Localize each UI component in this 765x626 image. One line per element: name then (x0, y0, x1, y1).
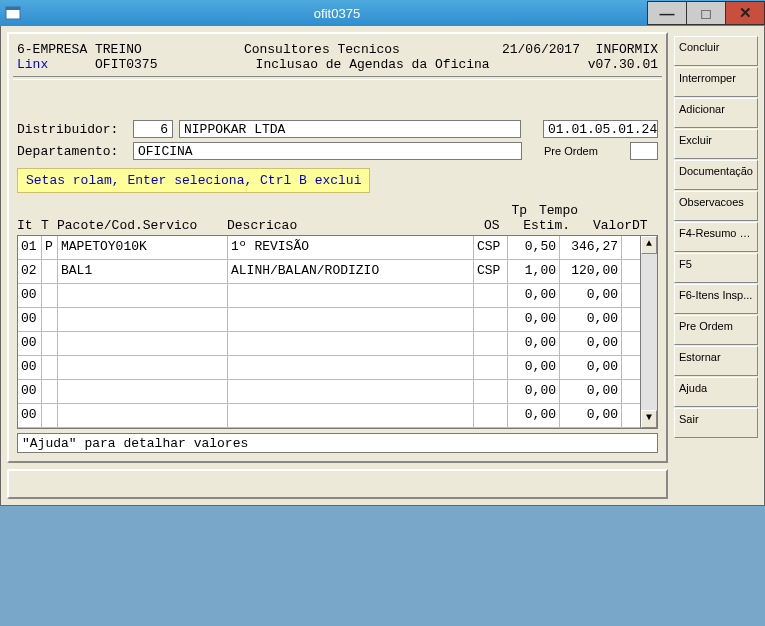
version-label: v07.30.01 (588, 57, 658, 72)
distribuidor-label: Distribuidor: (17, 122, 127, 137)
table-row[interactable]: 02BAL1ALINH/BALAN/RODIZIOCSP1,00120,00 (18, 260, 640, 284)
sidebar-btn-sair[interactable]: Sair (674, 408, 758, 438)
sidebar-btn-f4-resumo-p-[interactable]: F4-Resumo P... (674, 222, 758, 252)
footer-panel (7, 469, 668, 499)
sidebar-btn-concluir[interactable]: Concluir (674, 36, 758, 66)
sidebar-btn-observacoes[interactable]: Observacoes (674, 191, 758, 221)
sidebar-btn-pre-ordem[interactable]: Pre Ordem (674, 315, 758, 345)
table-row[interactable]: 000,000,00 (18, 308, 640, 332)
header-db: INFORMIX (596, 42, 658, 57)
hint-bar: Setas rolam, Enter seleciona, Ctrl B exc… (17, 168, 370, 193)
table-row[interactable]: 000,000,00 (18, 332, 640, 356)
table-row[interactable]: 000,000,00 (18, 380, 640, 404)
sidebar-btn-interromper[interactable]: Interromper (674, 67, 758, 97)
program-code: OFIT0375 (95, 57, 157, 72)
maximize-button[interactable]: □ (686, 1, 726, 25)
header-panel: 6-EMPRESA TREINO Consultores Tecnicos 21… (7, 32, 668, 463)
svg-rect-1 (6, 7, 20, 10)
sidebar-btn-estornar[interactable]: Estornar (674, 346, 758, 376)
status-bar: "Ajuda" para detalhar valores (17, 433, 658, 453)
departamento-label: Departamento: (17, 144, 127, 159)
distribuidor-name-field[interactable]: NIPPOKAR LTDA (179, 120, 521, 138)
title-bar[interactable]: ofit0375 — □ ✕ (0, 0, 765, 26)
preordem-label: Pre Ordem (544, 145, 624, 157)
table-row[interactable]: 000,000,00 (18, 404, 640, 428)
screen-title-2: Inclusao de Agendas da Oficina (256, 57, 490, 72)
brand-label: Linx (17, 57, 48, 72)
table-row[interactable]: 000,000,00 (18, 284, 640, 308)
table-row[interactable]: 01PMAPETOY010K1º REVISÃOCSP0,50346,27 (18, 236, 640, 260)
window-title: ofit0375 (26, 6, 648, 21)
grid-header: It T Pacote/Cod.Servico Descricao OS Est… (17, 218, 658, 233)
sidebar-btn-documenta-o[interactable]: Documentação (674, 160, 758, 190)
header-date: 21/06/2017 (502, 42, 580, 57)
sidebar-btn-adicionar[interactable]: Adicionar (674, 98, 758, 128)
minimize-button[interactable]: — (647, 1, 687, 25)
grid-super-header: Tp Tempo (17, 203, 658, 218)
services-grid[interactable]: 01PMAPETOY010K1º REVISÃOCSP0,50346,2702B… (17, 235, 641, 429)
company-label: 6-EMPRESA TREINO (17, 42, 142, 57)
action-sidebar: ConcluirInterromperAdicionarExcluirDocum… (674, 32, 758, 499)
distribuidor-code-field[interactable]: 6 (133, 120, 173, 138)
app-icon (0, 0, 26, 26)
reference-field[interactable]: 01.01.05.01.24 (543, 120, 658, 138)
departamento-field[interactable]: OFICINA (133, 142, 522, 160)
sidebar-btn-f5[interactable]: F5 (674, 253, 758, 283)
grid-scrollbar[interactable]: ▲ ▼ (641, 235, 658, 429)
sidebar-btn-ajuda[interactable]: Ajuda (674, 377, 758, 407)
table-row[interactable]: 000,000,00 (18, 356, 640, 380)
preordem-field[interactable] (630, 142, 658, 160)
screen-title-1: Consultores Tecnicos (244, 42, 400, 57)
app-window: ofit0375 — □ ✕ 6-EMPRESA TREINO Consulto… (0, 0, 765, 506)
sidebar-btn-excluir[interactable]: Excluir (674, 129, 758, 159)
sidebar-btn-f6-itens-insp-[interactable]: F6-Itens Insp... (674, 284, 758, 314)
scroll-down-icon[interactable]: ▼ (641, 410, 657, 428)
scroll-up-icon[interactable]: ▲ (641, 236, 657, 254)
close-button[interactable]: ✕ (725, 1, 765, 25)
scroll-track[interactable] (641, 254, 657, 410)
